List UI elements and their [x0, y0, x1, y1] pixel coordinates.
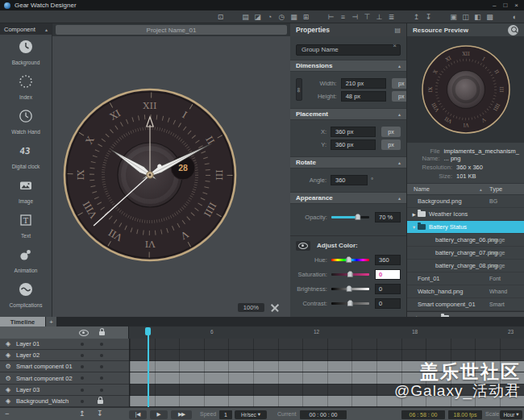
x-input[interactable]: 360 px [331, 127, 376, 137]
opacity-slider[interactable] [331, 216, 369, 218]
end-time-display[interactable]: 06 : 58 : 00 [401, 410, 445, 419]
add-index-icon[interactable]: ◔ [265, 11, 274, 23]
width-unit-button[interactable]: px [392, 78, 407, 89]
add-text-icon[interactable]: ▤ [241, 11, 250, 23]
layer-row[interactable]: ◈ Background_Watch [0, 396, 129, 407]
add-digital-clock-icon[interactable]: ▦ [289, 11, 298, 23]
component-item-animation[interactable]: Animation [0, 243, 52, 277]
component-item-digital-clock[interactable]: 43 Digital clock [0, 139, 52, 173]
layer-row[interactable]: ◈ Layer 03 [0, 385, 129, 396]
angle-input[interactable]: 360 [331, 175, 368, 185]
component-item-text[interactable]: T Text [0, 208, 52, 243]
group-name-input[interactable] [296, 44, 401, 56]
resource-row[interactable]: Smart component_01 Smart [407, 298, 524, 311]
search-resources-button[interactable] [508, 25, 518, 35]
layer-row[interactable]: ◈ Layer 01 [0, 339, 129, 350]
add-component-icon[interactable]: ⊞ [302, 11, 310, 23]
speed-unit-dropdown[interactable]: Hr/sec ▾ [235, 410, 267, 419]
marquee-select-icon[interactable]: ⊡ [216, 11, 225, 23]
hue-slider[interactable] [331, 259, 369, 261]
lock-column-icon[interactable] [99, 331, 105, 335]
x-unit-button[interactable]: px [381, 127, 401, 137]
component-item-image[interactable]: Image [0, 173, 52, 208]
track-row[interactable] [130, 385, 524, 396]
section-rotate[interactable]: Rotate ▴ [290, 156, 406, 168]
play-button[interactable]: ▶ [150, 410, 168, 419]
folder-caret-icon[interactable]: ▶ [410, 212, 418, 217]
link-dimensions-icon[interactable]: ∞ [296, 78, 302, 101]
playhead[interactable] [145, 327, 151, 335]
lock-toggle[interactable] [100, 354, 103, 357]
contrast-icon[interactable]: ◐ [510, 11, 519, 23]
contrast-value[interactable]: 0 [375, 298, 401, 309]
watch-face-preview[interactable]: XII I II III IIII V VI VII VIII IX X XI [61, 86, 239, 264]
add-timeline-tab-button[interactable]: + [46, 317, 56, 326]
name-column-header[interactable]: Name [414, 185, 430, 193]
hue-value[interactable]: 360 [375, 255, 401, 265]
skip-to-start-button[interactable]: |◀ [129, 410, 147, 419]
scale-dropdown[interactable]: Hour ▾ [500, 410, 522, 419]
resource-table-header[interactable]: Name ▴ Type [407, 183, 524, 195]
fit-to-screen-icon[interactable] [271, 304, 279, 312]
component-item-background[interactable]: Background [0, 35, 52, 69]
resource-row[interactable]: Watch_hand.png Whand [407, 285, 524, 298]
brightness-slider[interactable] [331, 288, 369, 290]
visibility-toggle[interactable] [81, 400, 84, 403]
section-placement[interactable]: Placement ▴ [290, 108, 406, 120]
lock-icon[interactable] [98, 400, 103, 404]
export-icon[interactable]: ↧ [424, 11, 433, 23]
resource-row[interactable]: Background.png BG [407, 195, 524, 208]
import-icon[interactable]: ↥ [412, 11, 421, 23]
visibility-toggle[interactable] [81, 343, 84, 346]
type-column-header[interactable]: Type [489, 185, 502, 193]
duplicate-icon[interactable]: ◧ [473, 11, 482, 23]
track-row[interactable] [130, 339, 524, 350]
visibility-toggle[interactable] [81, 365, 84, 368]
move-layer-up-icon[interactable]: ↥ [79, 410, 85, 418]
fps-display[interactable]: 18.00 fps [448, 410, 482, 419]
align-left-icon[interactable]: ⊢ [326, 11, 335, 23]
remove-layer-button[interactable]: − [5, 410, 9, 418]
copy-icon[interactable]: ▣ [449, 11, 458, 23]
fast-forward-button[interactable]: ▶▶ [171, 410, 192, 419]
saturation-value[interactable]: 0 [375, 269, 401, 280]
y-input[interactable]: 360 px [331, 139, 376, 150]
layer-row[interactable]: ⚙ Smart component 02 [0, 372, 129, 384]
properties-menu-icon[interactable]: ▤ [394, 27, 401, 34]
component-panel-header[interactable]: Component ▴ [0, 23, 52, 35]
component-item-watch-hand[interactable]: Watch Hand [0, 104, 52, 139]
height-unit-button[interactable]: px [392, 91, 407, 102]
y-unit-button[interactable]: px [381, 139, 401, 150]
lock-toggle[interactable] [100, 376, 103, 380]
lock-toggle[interactable] [100, 389, 103, 392]
brightness-value[interactable]: 0 [375, 284, 401, 294]
width-input[interactable]: 210 px [341, 78, 386, 89]
move-layer-down-icon[interactable]: ↧ [97, 410, 103, 418]
opacity-value[interactable]: 70 % [375, 212, 401, 222]
track-row[interactable] [130, 396, 524, 407]
align-center-icon[interactable]: ≡ [339, 11, 347, 23]
minimize-button[interactable]: – [493, 2, 496, 9]
align-top-icon[interactable]: ⊤ [363, 11, 372, 23]
add-image-icon[interactable]: ◪ [253, 11, 262, 23]
timeline-tracks[interactable] [129, 339, 524, 407]
visibility-toggle[interactable] [81, 389, 84, 392]
speed-input[interactable] [219, 410, 232, 419]
close-button[interactable]: × [514, 2, 518, 9]
current-time-display[interactable]: 00 : 00 : 00 [300, 410, 347, 419]
adjust-color-visibility-toggle[interactable] [296, 241, 310, 251]
distribute-icon[interactable]: ≣ [387, 11, 396, 23]
layer-row[interactable]: ⚙ Smart component 01 [0, 361, 129, 372]
resource-row[interactable]: Font_01 Font [407, 272, 524, 285]
contrast-slider[interactable] [331, 302, 369, 305]
folder-caret-icon[interactable]: ▼ [410, 225, 418, 230]
maximize-button[interactable]: □ [503, 2, 507, 9]
visibility-column-icon[interactable] [79, 330, 89, 336]
resource-row[interactable]: battery_charge_07.png Image [407, 247, 524, 260]
section-appearance[interactable]: Appearance ▴ [290, 192, 406, 204]
resource-row[interactable]: ▼ Battery Status [407, 221, 524, 234]
lock-toggle[interactable] [100, 343, 103, 346]
tab-project[interactable]: Project Name_01 [56, 25, 287, 35]
clear-group-name-icon[interactable]: × [393, 42, 397, 49]
visibility-toggle[interactable] [81, 376, 84, 380]
